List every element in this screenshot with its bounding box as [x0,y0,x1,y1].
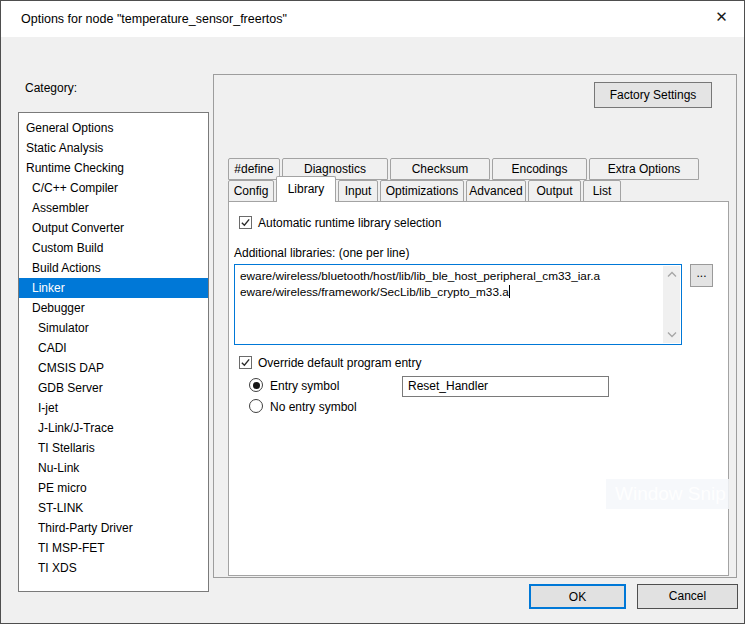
category-item-cmsis-dap[interactable]: CMSIS DAP [19,358,208,378]
category-item-gdb-server[interactable]: GDB Server [19,378,208,398]
category-item-debugger[interactable]: Debugger [19,298,208,318]
category-item-ti-stellaris[interactable]: TI Stellaris [19,438,208,458]
library-tab-panel: Automatic runtime library selection Addi… [228,201,729,576]
category-item-j-link[interactable]: J-Link/J-Trace [19,418,208,438]
category-item-static-analysis[interactable]: Static Analysis [19,138,208,158]
chevron-down-icon[interactable] [663,326,680,343]
tab-checksum[interactable]: Checksum [390,158,490,180]
additional-libraries-label: Additional libraries: (one per line) [234,246,409,260]
entry-symbol-radio[interactable] [249,378,263,392]
override-entry-checkbox[interactable] [239,356,252,369]
tab-row-2: Config Library Input Optimizations Advan… [228,180,623,202]
tab-list[interactable]: List [583,180,621,202]
category-item-general-options[interactable]: General Options [19,118,208,138]
tab-output[interactable]: Output [528,180,581,202]
libraries-text: eware/wireless/bluetooth/host/lib/lib_bl… [235,265,681,303]
category-item-third-party-driver[interactable]: Third-Party Driver [19,518,208,538]
category-item-runtime-checking[interactable]: Runtime Checking [19,158,208,178]
ok-button[interactable]: OK [529,584,626,609]
browse-libraries-button[interactable]: ... [690,264,713,287]
tab-optimizations[interactable]: Optimizations [380,180,464,202]
window-snip-watermark: Window Snip [606,479,729,509]
no-entry-symbol-radio[interactable] [249,399,263,413]
category-item-i-jet[interactable]: I-jet [19,398,208,418]
chevron-up-icon[interactable] [663,266,680,283]
category-item-c-compiler[interactable]: C/C++ Compiler [19,178,208,198]
category-item-custom-build[interactable]: Custom Build [19,238,208,258]
entry-symbol-field[interactable]: Reset_Handler [402,376,609,397]
tab-extra-options[interactable]: Extra Options [589,158,699,180]
dialog-title: Options for node "temperature_sensor_fre… [21,1,287,37]
tab-config[interactable]: Config [228,180,274,202]
category-label: Category: [25,81,77,95]
entry-symbol-radio-label[interactable]: Entry symbol [270,379,339,393]
no-entry-symbol-radio-label[interactable]: No entry symbol [270,400,357,414]
category-item-simulator[interactable]: Simulator [19,318,208,338]
library-line-2: eware/wireless/framework/SecLib/lib_cryp… [240,284,676,300]
category-item-ti-xds[interactable]: TI XDS [19,558,208,578]
override-entry-checkbox-label[interactable]: Override default program entry [258,356,421,370]
check-mark-icon [240,357,251,368]
factory-settings-button[interactable]: Factory Settings [594,82,712,108]
tab-advanced[interactable]: Advanced [466,180,526,202]
cancel-button[interactable]: Cancel [637,584,738,609]
additional-libraries-input[interactable]: eware/wireless/bluetooth/host/lib/lib_bl… [234,264,682,345]
tab-input[interactable]: Input [338,180,378,202]
category-item-ti-msp-fet[interactable]: TI MSP-FET [19,538,208,558]
tab-encodings[interactable]: Encodings [492,158,587,180]
category-item-pe-micro[interactable]: PE micro [19,478,208,498]
category-item-assembler[interactable]: Assembler [19,198,208,218]
category-listbox: General Options Static Analysis Runtime … [18,112,209,592]
auto-runtime-checkbox[interactable] [239,216,252,229]
check-mark-icon [240,217,251,228]
close-icon[interactable]: ✕ [699,1,744,35]
category-item-nu-link[interactable]: Nu-Link [19,458,208,478]
auto-runtime-checkbox-label[interactable]: Automatic runtime library selection [258,216,441,230]
category-item-linker[interactable]: Linker [19,278,208,298]
radio-dot [253,382,260,389]
category-item-output-converter[interactable]: Output Converter [19,218,208,238]
tab-library[interactable]: Library [276,176,336,202]
text-caret [509,285,510,298]
libraries-scrollbar[interactable] [663,266,680,343]
category-item-st-link[interactable]: ST-LINK [19,498,208,518]
options-dialog: Options for node "temperature_sensor_fre… [0,0,745,624]
category-item-build-actions[interactable]: Build Actions [19,258,208,278]
title-bar: Options for node "temperature_sensor_fre… [1,1,744,37]
category-item-cadi[interactable]: CADI [19,338,208,358]
tab-define[interactable]: #define [228,158,280,180]
library-line-1: eware/wireless/bluetooth/host/lib/lib_bl… [240,268,676,284]
